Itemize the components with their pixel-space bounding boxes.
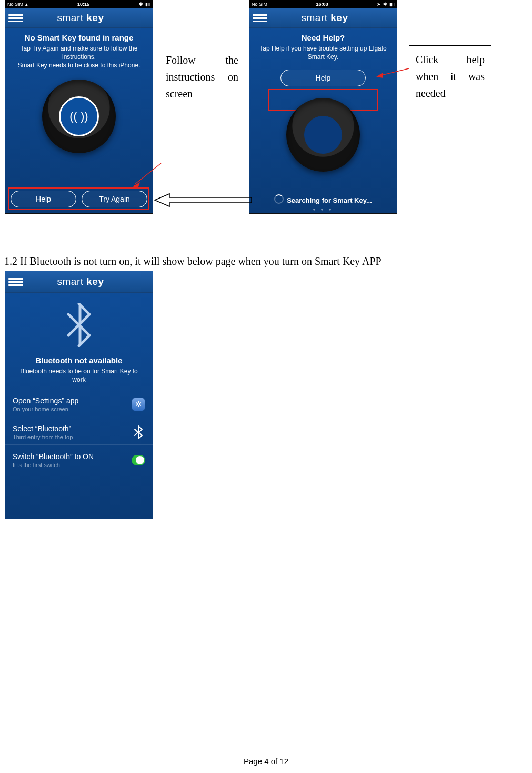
device-center — [304, 116, 342, 154]
annotation-click-help: Click help when it was needed — [409, 45, 491, 116]
battery-icon: ▮▯ — [145, 2, 150, 7]
subtext: Bluetooth needs to be on for Smart Key t… — [5, 367, 153, 384]
step-row-switch: Switch “Bluetooth” to ON It is the first… — [5, 447, 153, 470]
app-title: smart key — [8, 276, 153, 288]
step-title: Open “Settings” app — [13, 397, 78, 405]
headline: No Smart Key found in range — [5, 28, 153, 44]
bluetooth-icon: ✱ — [383, 2, 387, 7]
bluetooth-icon: ✱ — [139, 2, 143, 7]
battery-icon: ▮▯ — [389, 2, 395, 7]
status-bar: No SIM 16:08 ➤✱▮▯ — [249, 0, 397, 8]
carrier-text: No SIM — [252, 2, 267, 7]
app-title: smart key — [8, 12, 153, 24]
status-bar: No SIM▴ 10:15 ✱▮▯ — [5, 0, 153, 8]
step-subtitle: On your home screen — [13, 406, 78, 412]
clock: 16:08 — [316, 2, 328, 7]
phone-screenshot-3: smart key Bluetooth not available Blueto… — [5, 271, 153, 519]
device-image — [286, 98, 360, 172]
step-subtitle: It is the first switch — [13, 462, 94, 468]
app-title: smart key — [253, 12, 397, 24]
bluetooth-icon — [132, 425, 145, 439]
bluetooth-logo-icon — [61, 301, 97, 349]
device-image: (( )) — [42, 80, 116, 153]
wifi-icon: ▴ — [25, 2, 28, 7]
toggle-on-icon — [132, 453, 145, 467]
svg-line-0 — [379, 68, 409, 76]
help-button[interactable]: Help — [280, 70, 366, 86]
outline-arrow-icon — [154, 192, 253, 208]
clock: 10:15 — [77, 2, 89, 7]
headline: Bluetooth not available — [5, 349, 153, 367]
help-button[interactable]: Help — [11, 191, 76, 207]
device-center-icon: (( )) — [59, 96, 99, 136]
step-title: Select “Bluetooth” — [13, 424, 73, 433]
svg-marker-4 — [155, 194, 252, 206]
red-arrow-icon — [376, 68, 413, 79]
svg-marker-1 — [376, 73, 383, 78]
step-subtitle: Third entry from the top — [13, 434, 73, 440]
page-footer: Page 4 of 12 — [0, 757, 532, 766]
title-bar: smart key — [5, 8, 153, 28]
step-row-bluetooth: Select “Bluetooth” Third entry from the … — [5, 419, 153, 442]
step-title: Switch “Bluetooth” to ON — [13, 452, 94, 461]
phone-screenshot-2: No SIM 16:08 ➤✱▮▯ smart key Need Help? T… — [249, 0, 397, 213]
title-bar: smart key — [249, 8, 397, 28]
annotation-follow-instructions: Follow the instructions on screen — [159, 46, 245, 186]
searching-text: Searching for Smart Key... — [249, 194, 397, 204]
svg-line-2 — [135, 163, 161, 184]
section-heading: 1.2 If Bluetooth is not turn on, it will… — [4, 255, 382, 267]
carrier-text: No SIM — [7, 2, 23, 7]
subtext: Tap Try Again and make sure to follow th… — [5, 44, 153, 70]
try-again-button[interactable]: Try Again — [82, 191, 147, 207]
location-icon: ➤ — [377, 2, 381, 7]
step-row-settings: Open “Settings” app On your home screen … — [5, 391, 153, 414]
red-arrow-icon — [131, 163, 167, 190]
title-bar: smart key — [5, 271, 153, 293]
spinner-icon — [274, 194, 284, 204]
headline: Need Help? — [249, 28, 397, 44]
settings-app-icon: ✲ — [132, 398, 145, 411]
pager-dots: ● ● ● — [249, 207, 397, 212]
subtext: Tap Help if you have trouble setting up … — [249, 44, 397, 61]
